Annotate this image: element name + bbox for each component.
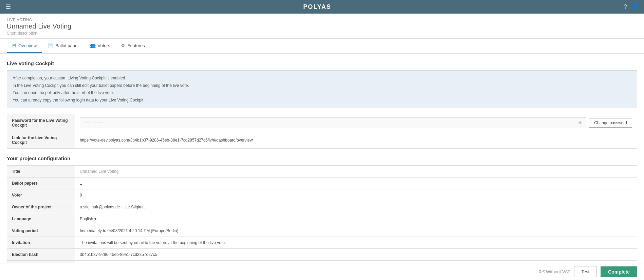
config-section-title: Your project configuration [7,155,637,161]
page-subtitle: Short description [7,31,637,36]
password-row: Password for the Live Voting Cockpit ···… [7,114,637,132]
config-value-title: Unnamed Live Voting [75,166,637,178]
config-value-voter: 0 [75,189,637,201]
info-line-4: You can already copy the following login… [13,97,631,104]
config-row-ballot-papers: Ballot papers 1 [7,178,637,189]
tab-bar: ⊟ Overview 📄 Ballot paper 👥 Voters ⚙ Fea… [0,39,644,54]
tab-voters[interactable]: 👥 Voters [85,39,116,53]
config-value-language[interactable]: English ▾ [75,213,637,225]
chevron-down-icon: ▾ [94,217,96,221]
nav-left: ☰ [5,3,11,11]
config-row-title: Title Unnamed Live Voting [7,166,637,178]
config-row-owner: Owner of the project u.stiglmair@polyas.… [7,201,637,213]
main-content: Live Voting Cockpit After completion, yo… [0,54,644,280]
info-line-3: You can open the poll only after the sta… [13,89,631,97]
config-label-election-hash: Election hash [7,249,75,261]
voters-icon: 👥 [90,43,96,48]
config-label-invitation: Invitation [7,237,75,249]
test-button[interactable]: Test [574,266,596,277]
config-value-ballot-papers: 1 [75,178,637,189]
config-row-language: Language English ▾ [7,213,637,225]
config-label-language: Language [7,213,75,225]
link-cell: https://vote-dev.polyas.com/3b4b1b37-928… [75,132,637,149]
features-icon: ⚙ [121,43,125,48]
info-line-2: In the Live Voting Cockpit you can still… [13,82,631,90]
cockpit-form-table: Password for the Live Voting Cockpit ···… [7,114,637,149]
config-value-voting-period: Immediately to 04/08/2021 4:20:14 PM (Eu… [75,225,637,237]
password-input-wrapper: ········· 👁 [80,117,586,128]
overview-icon: ⊟ [12,43,16,48]
breadcrumb: LIVE VOTING [7,18,637,22]
config-label-owner: Owner of the project [7,201,75,213]
page-title: Unnamed Live Voting [7,22,637,30]
cockpit-section-title: Live Voting Cockpit [7,60,637,66]
config-label-voting-period: Voting period [7,225,75,237]
config-label-ballot-papers: Ballot papers [7,178,75,189]
help-icon[interactable]: ? [624,3,627,11]
info-line-1: After completion, your custom Living Vot… [13,75,631,82]
change-password-button[interactable]: Change password [589,118,632,128]
config-row-election-hash: Election hash 3b4b1b37-9286-45eb-89e1-7c… [7,249,637,261]
config-row-voting-period: Voting period Immediately to 04/08/2021 … [7,225,637,237]
cockpit-info-box: After completion, your custom Living Vot… [7,70,637,108]
config-table: Title Unnamed Live Voting Ballot papers … [7,165,637,273]
eye-icon[interactable]: 👁 [578,120,583,126]
nav-right: ? 👤 [624,3,639,11]
password-field-group: ········· 👁 Change password [80,117,632,128]
config-label-voter: Voter [7,189,75,201]
tab-ballot-paper[interactable]: 📄 Ballot paper [42,39,84,53]
language-dropdown[interactable]: English ▾ [80,217,96,221]
complete-button[interactable]: Complete [601,266,637,277]
price-label: 0 € Without VAT [539,269,570,274]
cockpit-link: https://vote-dev.polyas.com/3b4b1b37-928… [80,138,253,143]
tab-features[interactable]: ⚙ Features [115,39,150,53]
link-label: Link for the Live Voting Cockpit [7,132,75,149]
ballot-paper-icon: 📄 [48,43,53,48]
link-row: Link for the Live Voting Cockpit https:/… [7,132,637,149]
config-value-election-hash: 3b4b1b37-9286-45eb-89e1-7cd2857d27c5 [75,249,637,261]
config-value-owner: u.stiglmair@polyas.de - Ute Stiglmair [75,201,637,213]
tab-overview[interactable]: ⊟ Overview [7,39,42,53]
app-logo: POLYAS [303,3,331,11]
user-icon[interactable]: 👤 [631,3,639,11]
bottom-bar: 0 € Without VAT Test Complete [0,263,644,280]
hamburger-icon[interactable]: ☰ [5,3,11,11]
config-row-invitation: Invitation The invitations will be sent … [7,237,637,249]
config-row-voter: Voter 0 [7,189,637,201]
page-header: LIVE VOTING Unnamed Live Voting Short de… [0,14,644,39]
password-dots: ········· [84,120,103,126]
password-cell: ········· 👁 Change password [75,114,637,132]
config-label-title: Title [7,166,75,178]
password-label: Password for the Live Voting Cockpit [7,114,75,132]
config-value-invitation: The invitations will be sent by email to… [75,237,637,249]
top-navigation: ☰ POLYAS ? 👤 [0,0,644,14]
